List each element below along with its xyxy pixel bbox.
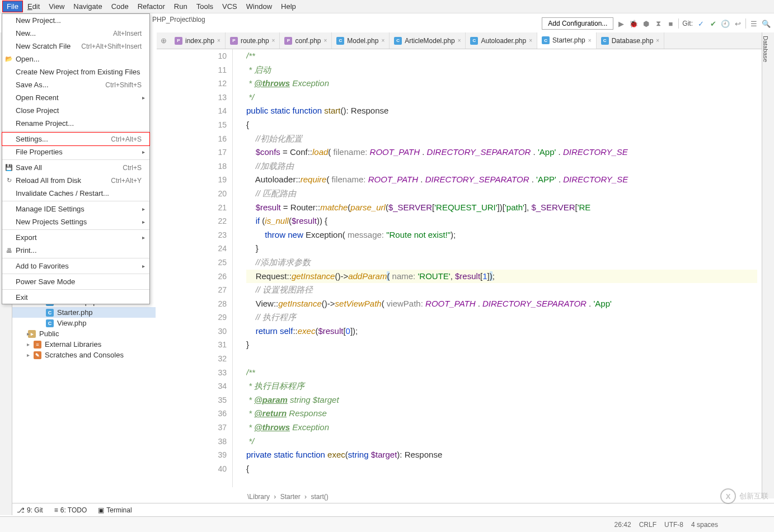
git-rollback-icon[interactable]: ↩ <box>733 19 742 28</box>
separator <box>745 18 746 29</box>
file-menu-new-project-[interactable]: New Project... <box>2 14 149 27</box>
bottom-tool--git[interactable]: ⎇9: Git <box>17 506 43 514</box>
tree-item-external-libraries[interactable]: ▸≡External Libraries <box>12 339 156 350</box>
file-menu-save-all[interactable]: 💾Save AllCtrl+S <box>2 161 149 174</box>
bottom-tool--todo[interactable]: ≡6: TODO <box>54 506 87 514</box>
file-menu-open-[interactable]: 📂Open... <box>2 53 149 65</box>
debug-icon[interactable]: 🐞 <box>629 19 638 28</box>
tree-item-view-php[interactable]: CView.php <box>12 318 156 328</box>
file-menu-invalidate-caches-restart-[interactable]: Invalidate Caches / Restart... <box>2 187 149 200</box>
tab-Database[interactable]: CDatabase.php× <box>597 32 665 49</box>
menu-edit[interactable]: Edit <box>23 1 44 12</box>
indent[interactable]: 4 spaces <box>691 521 718 529</box>
tab-Model[interactable]: CModel.php× <box>332 32 390 49</box>
tree-item-public[interactable]: ▸▸Public <box>12 328 156 339</box>
file-menu-new-scratch-file[interactable]: New Scratch FileCtrl+Alt+Shift+Insert <box>2 40 149 53</box>
file-menu-exit[interactable]: Exit <box>2 291 149 304</box>
tab-Autoloader[interactable]: CAutoloader.php× <box>466 32 537 49</box>
bottom-toolbar: ⎇9: Git≡6: TODO▣Terminal <box>12 503 774 516</box>
file-menu-print-[interactable]: 🖶Print... <box>2 244 149 257</box>
encoding[interactable]: UTF-8 <box>664 521 683 529</box>
file-menu-file-properties[interactable]: File Properties▸ <box>2 145 149 158</box>
close-icon[interactable]: × <box>381 37 384 44</box>
breadcrumb-bottom[interactable]: \Library › Starter › start() <box>245 493 331 501</box>
file-menu-new-projects-settings[interactable]: New Projects Settings▸ <box>2 215 149 228</box>
status-bar: 26:42 CRLF UTF-8 4 spaces <box>0 516 774 532</box>
cursor-position: 26:42 <box>614 521 631 529</box>
menu-refactor[interactable]: Refactor <box>133 1 170 12</box>
bottom-tool-terminal[interactable]: ▣Terminal <box>98 506 132 514</box>
git-label: Git: <box>682 20 693 27</box>
coverage-icon[interactable]: ⬢ <box>641 19 650 28</box>
git-commit-icon[interactable]: ✔ <box>709 19 717 28</box>
tab-conf[interactable]: Pconf.php× <box>280 32 332 49</box>
toolbar: Add Configuration... ▶ 🐞 ⬢ ⧗ ■ Git: ✓ ✔ … <box>542 16 771 31</box>
stop-icon[interactable]: ■ <box>666 19 675 28</box>
tree-item-scratches-and-consoles[interactable]: ▸✎Scratches and Consoles <box>12 350 156 360</box>
close-icon[interactable]: × <box>324 37 327 44</box>
git-history-icon[interactable]: 🕘 <box>721 19 730 28</box>
tree-item-starter-php[interactable]: CStarter.php <box>12 307 156 318</box>
tab-Starter[interactable]: CStarter.php× <box>537 32 597 49</box>
menu-vcs[interactable]: VCS <box>218 1 242 12</box>
file-menu-reload-all-from-disk[interactable]: ↻Reload All from DiskCtrl+Alt+Y <box>2 174 149 187</box>
editor-tabs: ⊕ Pindex.php×Proute.php×Pconf.php×CModel… <box>157 32 762 49</box>
menubar: File Edit View Navigate Code Refactor Ru… <box>0 0 774 13</box>
add-tab-icon[interactable]: ⊕ <box>157 32 170 49</box>
add-configuration-button[interactable]: Add Configuration... <box>542 17 613 30</box>
menu-view[interactable]: View <box>44 1 69 12</box>
file-menu-power-save-mode[interactable]: Power Save Mode <box>2 275 149 288</box>
close-icon[interactable]: × <box>217 37 221 44</box>
close-icon[interactable]: × <box>529 37 532 44</box>
run-icon[interactable]: ▶ <box>617 19 626 28</box>
menu-help[interactable]: Help <box>276 1 301 12</box>
separator <box>678 18 679 29</box>
line-separator[interactable]: CRLF <box>639 521 656 529</box>
git-update-icon[interactable]: ✓ <box>696 19 705 28</box>
close-icon[interactable]: × <box>272 37 275 44</box>
breadcrumb-top: PHP_Project\blog <box>152 16 205 23</box>
profile-icon[interactable]: ⧗ <box>654 19 663 28</box>
menu-window[interactable]: Window <box>242 1 276 12</box>
tab-index[interactable]: Pindex.php× <box>170 32 226 49</box>
tab-route[interactable]: Proute.php× <box>226 32 280 49</box>
menu-tools[interactable]: Tools <box>192 1 218 12</box>
watermark: X创新互联 <box>720 488 768 504</box>
search-icon[interactable]: 🔍 <box>762 19 771 28</box>
close-icon[interactable]: × <box>656 37 659 44</box>
file-menu-export[interactable]: Export▸ <box>2 231 149 244</box>
file-menu-create-new-project-from-existing-files[interactable]: Create New Project from Existing Files <box>2 65 149 78</box>
code-editor[interactable]: /** * 启动 * @throws Exception */public st… <box>246 49 757 487</box>
side-right-tool[interactable]: Database <box>762 32 774 498</box>
file-menu-add-to-favorites[interactable]: Add to Favorites▸ <box>2 260 149 272</box>
line-gutter: 1011121314151617181920212223242526272829… <box>207 49 233 487</box>
file-menu-save-as-[interactable]: Save As...Ctrl+Shift+S <box>2 78 149 91</box>
menu-run[interactable]: Run <box>170 1 192 12</box>
file-menu-dropdown: New Project...New...Alt+InsertNew Scratc… <box>2 13 150 304</box>
tab-ArticleModel[interactable]: CArticleModel.php× <box>390 32 466 49</box>
menu-code[interactable]: Code <box>107 1 133 12</box>
file-menu-rename-project-[interactable]: Rename Project... <box>2 117 149 130</box>
file-menu-close-project[interactable]: Close Project <box>2 104 149 117</box>
structure-icon[interactable]: ☰ <box>749 19 758 28</box>
close-icon[interactable]: × <box>458 37 461 44</box>
menu-navigate[interactable]: Navigate <box>69 1 106 12</box>
file-menu-open-recent[interactable]: Open Recent▸ <box>2 91 149 104</box>
file-menu-manage-ide-settings[interactable]: Manage IDE Settings▸ <box>2 203 149 215</box>
menu-file[interactable]: File <box>2 1 23 12</box>
file-menu-new-[interactable]: New...Alt+Insert <box>2 27 149 40</box>
close-icon[interactable]: × <box>588 37 592 44</box>
file-menu-settings-[interactable]: Settings...Ctrl+Alt+S <box>2 133 149 145</box>
